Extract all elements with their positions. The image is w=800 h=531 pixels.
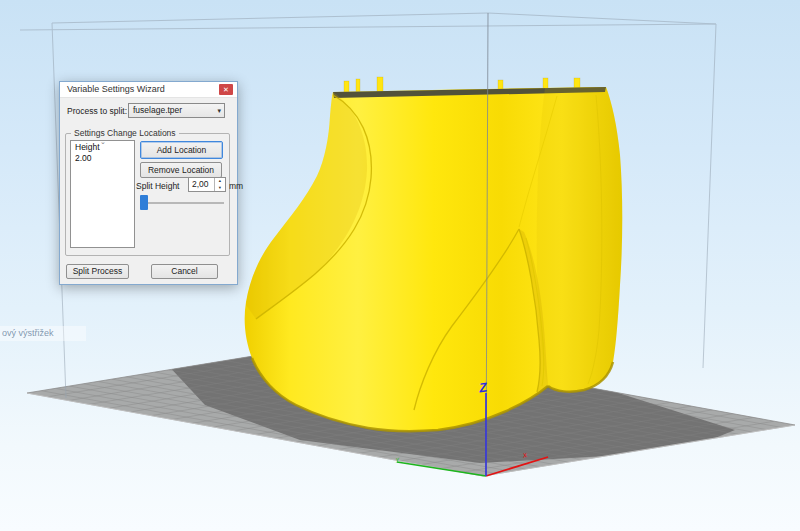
process-select-value: fuselage.tper <box>133 105 182 115</box>
locations-list[interactable]: ⌄ Height 2.00 <box>70 140 135 248</box>
split-height-spinbox[interactable]: 2,00 ▴ ▾ <box>188 177 226 192</box>
chevron-down-icon: ▾ <box>217 104 221 117</box>
dialog-title-bar[interactable]: Variable Settings Wizard ✕ <box>60 82 237 98</box>
model-fuselage[interactable] <box>245 77 623 431</box>
screen-capture-overlay-text: ový výstřižek <box>0 326 86 341</box>
close-icon[interactable]: ✕ <box>219 84 233 95</box>
process-to-split-label: Process to split: <box>67 106 127 116</box>
model-right-shading <box>537 87 622 392</box>
split-height-slider-handle[interactable] <box>140 195 148 210</box>
add-location-button[interactable]: Add Location <box>140 141 223 159</box>
locations-list-item[interactable]: 2.00 <box>71 152 134 163</box>
sort-caret-icon: ⌄ <box>100 138 106 146</box>
dialog-title: Variable Settings Wizard <box>67 84 165 94</box>
remove-location-button[interactable]: Remove Location <box>140 162 222 178</box>
split-height-slider-track[interactable] <box>140 202 224 204</box>
dialog-body: Process to split: fuselage.tper ▾ Settin… <box>60 98 237 285</box>
process-select[interactable]: fuselage.tper ▾ <box>128 103 225 118</box>
settings-change-locations-label: Settings Change Locations <box>71 128 179 138</box>
cancel-button[interactable]: Cancel <box>151 264 218 279</box>
spin-down-icon[interactable]: ▾ <box>215 185 225 192</box>
split-height-value: 2,00 <box>192 178 209 191</box>
unit-label: mm <box>229 181 243 191</box>
split-height-label: Split Height <box>136 181 179 191</box>
viewport-3d[interactable]: Z x y ový výstřižek Variable Settings Wi… <box>0 0 800 531</box>
split-process-button[interactable]: Split Process <box>66 264 129 279</box>
variable-settings-wizard-dialog: Variable Settings Wizard ✕ Process to sp… <box>59 81 238 285</box>
